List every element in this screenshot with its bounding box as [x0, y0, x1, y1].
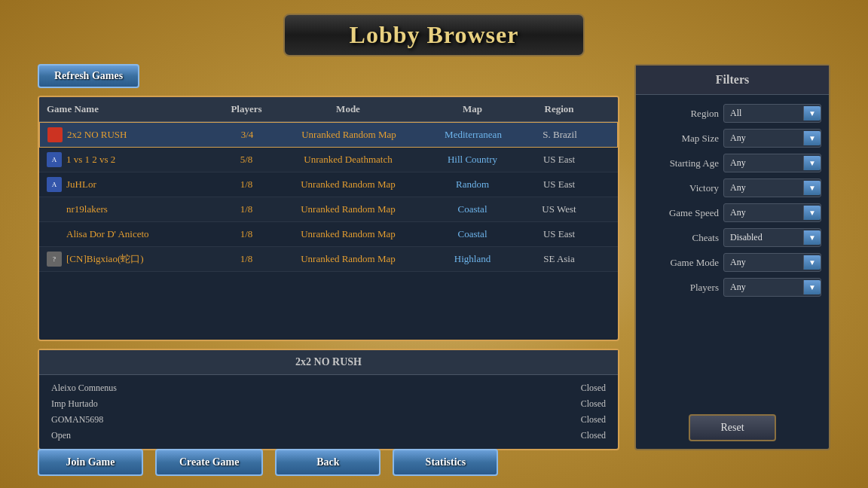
filter-select-1[interactable]: Any ▼: [723, 129, 821, 148]
game-name-cell: ? [CN]Bigxiao(蛇口): [47, 252, 220, 267]
filter-dropdown-arrow[interactable]: ▼: [803, 181, 821, 195]
map-cell: Coastal: [423, 203, 521, 215]
detail-player-status: Closed: [329, 429, 606, 443]
filter-value: Any: [724, 154, 803, 172]
mode-cell: Unranked Random Map: [273, 228, 423, 240]
table-row[interactable]: nr19lakers 1/8 Unranked Random Map Coast…: [39, 197, 618, 222]
filter-dropdown-arrow[interactable]: ▼: [803, 156, 821, 170]
mode-cell: Unranked Random Map: [273, 253, 423, 265]
row-icon: A: [47, 177, 62, 192]
filter-label: Game Mode: [670, 257, 719, 269]
refresh-games-button[interactable]: Refresh Games: [38, 64, 139, 88]
table-row[interactable]: A JuHLor 1/8 Unranked Random Map Random …: [39, 172, 618, 197]
filter-row-cheats: Cheats Disabled ▼: [643, 228, 821, 247]
filter-select-0[interactable]: All ▼: [723, 104, 821, 123]
filter-label: Map Size: [682, 133, 719, 145]
back-button[interactable]: Back: [275, 449, 381, 476]
main-content: Refresh Games Game Name Players Mode Map…: [38, 64, 830, 450]
filter-select-7[interactable]: Any ▼: [723, 278, 821, 297]
row-icon: [47, 202, 62, 217]
game-table: Game Name Players Mode Map Region 2x2 NO…: [38, 96, 619, 341]
filter-label: Starting Age: [670, 157, 719, 169]
filters-panel: Filters Region All ▼ Map Size Any ▼ Star…: [634, 64, 830, 450]
filter-dropdown-arrow[interactable]: ▼: [803, 106, 821, 120]
filter-value: All: [724, 105, 803, 122]
filter-value: Any: [724, 130, 803, 147]
game-name-cell: 2x2 NO RUSH: [47, 127, 221, 142]
filter-select-3[interactable]: Any ▼: [723, 178, 821, 197]
table-header: Game Name Players Mode Map Region: [39, 97, 618, 122]
map-cell: Coastal: [423, 228, 521, 240]
reset-button-container: Reset: [636, 407, 829, 449]
filters-body: Region All ▼ Map Size Any ▼ Starting Age…: [636, 95, 829, 407]
game-name-cell: nr19lakers: [47, 202, 220, 217]
region-cell: US East: [521, 228, 597, 240]
detail-player-status: Closed: [329, 381, 606, 395]
filter-value: Any: [724, 254, 803, 271]
filter-row-players: Players Any ▼: [643, 278, 821, 297]
game-name-cell: A 1 vs 1 2 vs 2: [47, 152, 220, 167]
detail-player-status: Closed: [329, 413, 606, 427]
filter-row-starting-age: Starting Age Any ▼: [643, 154, 821, 172]
reset-button[interactable]: Reset: [689, 414, 775, 441]
game-name-cell: A JuHLor: [47, 177, 220, 192]
create-game-button[interactable]: Create Game: [155, 449, 263, 476]
table-row[interactable]: A 1 vs 1 2 vs 2 5/8 Unranked Deathmatch …: [39, 148, 618, 172]
filter-select-5[interactable]: Disabled ▼: [723, 228, 821, 247]
filter-row-map-size: Map Size Any ▼: [643, 129, 821, 148]
players-cell: 1/8: [220, 178, 273, 191]
filter-select-2[interactable]: Any ▼: [723, 154, 821, 172]
game-name-cell: Alisa Dor D' Aniceto: [47, 227, 220, 242]
detail-player-status: Closed: [329, 397, 606, 411]
join-game-button[interactable]: Join Game: [38, 449, 143, 476]
game-name: Alisa Dor D' Aniceto: [66, 228, 149, 240]
detail-body: Aleixo ComnenusClosedImp HurtadoClosedGO…: [39, 375, 618, 449]
bottom-buttons: Join Game Create Game Back Statistics: [38, 449, 830, 476]
filter-value: Any: [724, 279, 803, 296]
col-header-game-name: Game Name: [47, 103, 220, 115]
filter-label: Players: [690, 282, 719, 294]
detail-player-name: Imp Hurtado: [51, 397, 329, 411]
mode-cell: Unranked Random Map: [274, 129, 424, 141]
filter-dropdown-arrow[interactable]: ▼: [803, 280, 821, 294]
filter-select-4[interactable]: Any ▼: [723, 203, 821, 222]
detail-player-name: GOMAN5698: [51, 413, 329, 427]
table-row[interactable]: ? [CN]Bigxiao(蛇口) 1/8 Unranked Random Ma…: [39, 247, 618, 272]
title-bar: Lobby Browser: [283, 14, 585, 56]
filter-row-game-speed: Game Speed Any ▼: [643, 203, 821, 222]
detail-title: 2x2 NO RUSH: [39, 350, 618, 375]
filter-value: Any: [724, 179, 803, 197]
col-header-region: Region: [521, 103, 597, 115]
players-cell: 1/8: [220, 203, 273, 215]
col-header-mode: Mode: [273, 103, 423, 115]
row-icon: ?: [47, 252, 62, 267]
map-cell: Mediterranean: [424, 129, 522, 141]
page-title: Lobby Browser: [330, 21, 538, 49]
region-cell: US East: [521, 154, 597, 166]
table-row[interactable]: 2x2 NO RUSH 3/4 Unranked Random Map Medi…: [39, 122, 618, 148]
filter-label: Game Speed: [669, 207, 719, 219]
filter-dropdown-arrow[interactable]: ▼: [803, 230, 821, 245]
mode-cell: Unranked Random Map: [273, 178, 423, 191]
table-row[interactable]: Alisa Dor D' Aniceto 1/8 Unranked Random…: [39, 222, 618, 247]
filter-label: Victory: [689, 182, 719, 194]
filter-row-victory: Victory Any ▼: [643, 178, 821, 197]
filter-label: Region: [690, 108, 719, 120]
game-name: nr19lakers: [66, 203, 108, 215]
region-cell: US West: [521, 203, 597, 215]
filter-value: Disabled: [724, 229, 803, 246]
filter-dropdown-arrow[interactable]: ▼: [803, 255, 821, 270]
region-cell: US East: [521, 178, 597, 191]
filter-dropdown-arrow[interactable]: ▼: [803, 206, 821, 220]
row-icon: A: [47, 152, 62, 167]
players-cell: 1/8: [220, 253, 273, 265]
filter-value: Any: [724, 204, 803, 221]
mode-cell: Unranked Deathmatch: [273, 154, 423, 166]
game-name: 2x2 NO RUSH: [67, 129, 127, 141]
filters-title: Filters: [636, 66, 829, 95]
filter-dropdown-arrow[interactable]: ▼: [803, 131, 821, 145]
filter-select-6[interactable]: Any ▼: [723, 253, 821, 272]
map-cell: Hill Country: [423, 154, 521, 166]
row-icon: [47, 227, 62, 242]
statistics-button[interactable]: Statistics: [393, 449, 498, 476]
